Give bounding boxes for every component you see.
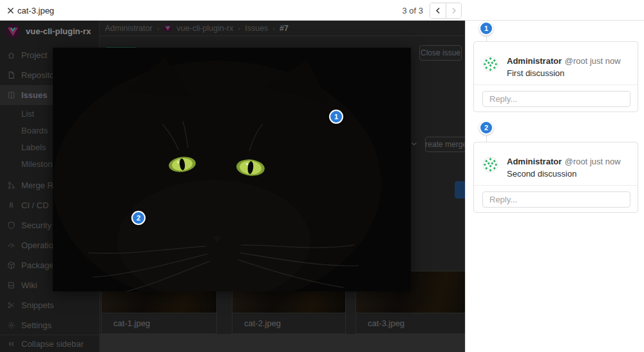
project-name: vue-cli-plugin-rx	[26, 26, 91, 36]
shield-icon	[7, 221, 15, 230]
home-icon	[7, 51, 15, 59]
collapse-label: Collapse sidebar	[21, 339, 84, 349]
sidebar-label: Boards	[21, 126, 48, 135]
package-icon	[7, 261, 15, 269]
modal-header: cat-3.jpeg 3 of 3	[0, 0, 644, 21]
reply-input-1[interactable]	[482, 91, 630, 107]
design-pager	[430, 3, 462, 19]
sidebar-label: List	[21, 109, 34, 119]
note-body: First discussion	[507, 68, 621, 78]
breadcrumb: Administrator › vue-cli-plugin-rx › Issu…	[100, 21, 465, 36]
sidebar-label: Settings	[21, 320, 52, 330]
page-bottom-strip	[100, 334, 465, 352]
note-author[interactable]: Administrator	[507, 56, 562, 66]
close-button[interactable]	[3, 3, 18, 18]
breadcrumb-separator: ›	[272, 24, 275, 32]
sidebar-label: Wiki	[21, 280, 37, 290]
operations-icon	[7, 241, 15, 249]
collapse-icon	[7, 340, 15, 348]
collapse-sidebar-button[interactable]: Collapse sidebar	[0, 335, 99, 352]
sidebar-item-settings[interactable]: Settings	[0, 315, 99, 335]
breadcrumb-separator: ›	[238, 24, 241, 32]
chevron-down-icon[interactable]	[410, 139, 420, 150]
breadcrumb-item-user[interactable]: Administrator	[105, 24, 153, 33]
issues-icon	[7, 91, 15, 99]
rocket-icon	[7, 201, 15, 210]
design-filename: cat-3.jpeg	[17, 6, 54, 15]
thumbnail-filename: cat-2.jpeg	[232, 313, 345, 333]
gear-icon	[7, 321, 15, 329]
note-text: Administrator @root just now Second disc…	[507, 155, 621, 185]
sidebar-item-snippets[interactable]: Snippets	[0, 295, 99, 315]
note-meta: @root just now	[565, 56, 621, 66]
design-viewer: cat-3.jpeg 3 of 3 vue-cli-plugin-rx	[0, 0, 644, 352]
discussion-note: Administrator @root just now First discu…	[474, 42, 638, 84]
note-body: Second discussion	[507, 169, 621, 179]
close-icon	[6, 6, 15, 15]
image-discussion-pin-2[interactable]: 2	[131, 211, 146, 225]
chevron-left-icon	[434, 6, 442, 15]
black-cat-photo	[53, 48, 411, 291]
breadcrumb-item-issues[interactable]: Issues	[245, 24, 268, 33]
breadcrumb-project-avatar	[164, 24, 172, 32]
close-issue-button[interactable]: Close issue	[419, 45, 462, 61]
scissors-icon	[7, 301, 15, 309]
reply-input-2[interactable]	[482, 191, 630, 208]
document-icon	[7, 71, 15, 79]
thumbnail-filename: cat-1.jpeg	[102, 313, 216, 333]
panel-discussion-pin-2[interactable]: 2	[479, 121, 493, 135]
sidebar-label: Issues	[21, 90, 47, 100]
breadcrumb-separator: ›	[157, 24, 160, 32]
project-header[interactable]: vue-cli-plugin-rx	[5, 23, 91, 39]
sidebar-label: Project	[21, 50, 47, 60]
sidebar-label: Labels	[21, 142, 46, 152]
thumbnail-filename: cat-3.jpeg	[356, 313, 465, 333]
comment-button-partial[interactable]	[455, 181, 465, 199]
previous-design-button[interactable]	[430, 3, 446, 18]
discussion-card-2: Administrator @root just now Second disc…	[473, 142, 638, 213]
discussion-card-1: Administrator @root just now First discu…	[473, 41, 638, 112]
pin-connector	[486, 135, 487, 142]
book-icon	[7, 281, 15, 289]
note-meta: @root just now	[565, 157, 621, 166]
breadcrumb-item-project[interactable]: vue-cli-plugin-rx	[176, 24, 233, 33]
sidebar-label: CI / CD	[21, 200, 49, 210]
discussions-panel: 1 Administrator @root just now First dis…	[465, 21, 644, 352]
design-counter: 3 of 3	[395, 6, 423, 15]
breadcrumb-item-issue-number: #7	[279, 24, 289, 33]
user-avatar	[482, 157, 498, 185]
next-design-button[interactable]	[446, 3, 461, 18]
note-author[interactable]: Administrator	[507, 157, 562, 166]
pin-connector	[486, 35, 487, 41]
note-text: Administrator @root just now First discu…	[507, 55, 621, 84]
design-image-cat-3[interactable]: 1 2	[53, 48, 411, 291]
reply-zone	[474, 185, 638, 208]
chevron-right-icon	[450, 6, 458, 15]
reply-zone	[474, 84, 638, 107]
merge-request-icon	[7, 181, 15, 190]
project-avatar	[5, 23, 21, 39]
image-discussion-pin-1[interactable]: 1	[329, 110, 343, 124]
create-merge-request-button[interactable]: Create merge request	[425, 137, 465, 152]
panel-discussion-pin-1[interactable]: 1	[479, 21, 493, 35]
sidebar-label: Snippets	[21, 300, 54, 310]
discussion-note: Administrator @root just now Second disc…	[474, 142, 638, 185]
user-avatar	[482, 56, 498, 84]
